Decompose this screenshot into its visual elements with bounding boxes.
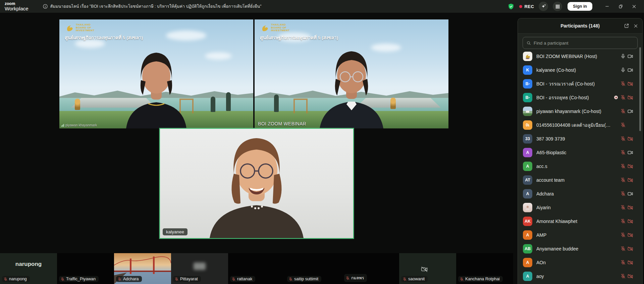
filmstrip-tile[interactable]: Pittayarat bbox=[171, 253, 228, 284]
mic-muted-icon bbox=[620, 273, 627, 279]
participant-recording-icon bbox=[614, 96, 618, 99]
filmstrip-tile[interactable]: narupong narupong bbox=[0, 253, 57, 284]
filmstrip-tile[interactable]: Traffic_Piyawan bbox=[57, 253, 114, 284]
participant-row[interactable]: A AOn bbox=[518, 255, 642, 269]
participant-name: A65-Bioplastic bbox=[536, 150, 612, 155]
zoom-workplace-logo: zoom Workplace bbox=[5, 2, 29, 11]
participant-row[interactable]: AT account team bbox=[518, 173, 642, 187]
close-window-button[interactable] bbox=[627, 0, 641, 13]
participant-name: 387 309 3739 bbox=[536, 136, 612, 141]
filmstrip: narupong narupong Traffic_Piyawan bbox=[0, 253, 513, 284]
boi-logo-text: THAILAND BOARD OF INVESTMENT bbox=[271, 23, 290, 32]
participant-row[interactable]: AB Anyamanee buddee bbox=[518, 242, 642, 255]
video-stage: THAILAND BOARD OF INVESTMENT ศูนย์เศรษฐก… bbox=[0, 13, 513, 253]
filmstrip-tile[interactable]: saitip suttimit bbox=[285, 253, 342, 284]
mic-muted-icon bbox=[345, 276, 350, 280]
camera-off-icon bbox=[627, 177, 634, 183]
filmstrip-tile[interactable]: rattanak bbox=[228, 253, 285, 284]
mic-muted-icon bbox=[620, 81, 627, 87]
camera-off-icon bbox=[627, 136, 634, 142]
participant-name-label: BOI ZOOM WEBINAR bbox=[258, 121, 306, 126]
minimize-button[interactable] bbox=[600, 0, 614, 13]
avatar-initials: AK bbox=[523, 217, 532, 226]
participant-name: AOn bbox=[536, 260, 612, 265]
close-panel-icon[interactable] bbox=[633, 23, 638, 29]
camera-on-icon bbox=[627, 67, 634, 73]
filmstrip-tile[interactable]: Adchara bbox=[114, 253, 171, 284]
pop-out-icon[interactable] bbox=[624, 23, 629, 29]
avatar-initials: A bbox=[523, 148, 532, 157]
camera-off-icon bbox=[627, 218, 634, 224]
camera-on-icon bbox=[627, 150, 634, 156]
participant-person bbox=[106, 48, 207, 128]
mic-muted-icon bbox=[620, 150, 627, 155]
boi-caption: ศูนย์เศรษฐกิจการลงทุนภาคที่ 5 (สงขลา) bbox=[65, 34, 143, 41]
participant-name: acc.s bbox=[536, 164, 612, 169]
participant-row[interactable]: A aoy bbox=[518, 269, 642, 283]
video-tile-piyawan[interactable]: THAILAND BOARD OF INVESTMENT ศูนย์เศรษฐก… bbox=[59, 19, 253, 128]
boi-logo-text: THAILAND BOARD OF INVESTMENT bbox=[76, 23, 95, 32]
participant-row[interactable]: A A65-Bioplastic bbox=[518, 146, 642, 159]
participant-name: 0145561004408 เดลต้าอลูมิเนียม(ไทยแลนด์)… bbox=[536, 121, 612, 129]
scrollbar-thumb[interactable] bbox=[639, 47, 641, 131]
rec-label: REC bbox=[524, 4, 534, 9]
participant-row[interactable]: A Adchara bbox=[518, 187, 642, 201]
avatar-initials: A bbox=[523, 189, 532, 198]
participant-row[interactable]: AK Amonrat Khiawphet bbox=[518, 214, 642, 228]
camera-on-icon bbox=[627, 108, 634, 114]
participant-row[interactable]: 0เ 0145561004408 เดลต้าอลูมิเนียม(ไทยแลน… bbox=[518, 118, 642, 132]
participant-row[interactable]: BOI ZOOM WEBINAR (Host) bbox=[518, 49, 642, 63]
participant-name: kalyanee (Co-host) bbox=[536, 67, 612, 73]
mic-muted-icon bbox=[620, 246, 627, 251]
participant-row[interactable]: A acc.s bbox=[518, 159, 642, 173]
participant-name-label: Kanchana Rotphai bbox=[458, 276, 503, 282]
video-tile-boi-webinar[interactable]: THAILAND BOARD OF INVESTMENT ศูนย์เศรษฐก… bbox=[255, 19, 448, 128]
filmstrip-tile[interactable]: กมลพร bbox=[342, 253, 399, 284]
mic-muted-icon bbox=[117, 277, 122, 281]
camera-off-icon bbox=[627, 273, 634, 279]
participant-name-label: narupong bbox=[2, 276, 30, 282]
participant-row[interactable]: 33 387 309 3739 bbox=[518, 132, 642, 146]
participant-row[interactable]: K kalyanee (Co-host) bbox=[518, 63, 642, 77]
security-shield-icon[interactable] bbox=[507, 3, 515, 10]
avatar-initials: A bbox=[523, 230, 532, 240]
mic-muted-icon bbox=[620, 163, 627, 169]
participants-list: BOI ZOOM WEBINAR (Host) K kalyanee (Co-h… bbox=[518, 49, 642, 284]
active-speaker-video-kalyanee[interactable]: kalyanee bbox=[159, 128, 354, 239]
zoom-meeting-window: zoom Workplace สัมมนาออนไลน์ เรื่อง "BOI… bbox=[0, 0, 644, 284]
participant-name: BOI ZOOM WEBINAR (Host) bbox=[536, 54, 612, 59]
participant-name: Adchara bbox=[536, 191, 612, 196]
logo-zoom-text: zoom bbox=[5, 2, 29, 6]
avatar-boi-logo bbox=[523, 52, 532, 61]
participant-row[interactable]: A AMP bbox=[518, 228, 642, 242]
avatar-initials: A bbox=[523, 162, 532, 171]
avatar-initials: A bbox=[523, 272, 532, 281]
meeting-info[interactable]: สัมมนาออนไลน์ เรื่อง "BOI เจาะลึกสิทธิปร… bbox=[43, 3, 262, 10]
participant-name: piyawan khayanmark (Co-host) bbox=[536, 109, 612, 114]
mic-muted-icon bbox=[402, 277, 407, 281]
participant-name: BOI - วรรณวรางค์ (Co-host) bbox=[536, 80, 612, 88]
participant-name-label: Pittayarat bbox=[173, 276, 201, 282]
search-participant-input[interactable]: Find a participant bbox=[523, 37, 638, 49]
participant-name-label: กมลพร bbox=[344, 274, 367, 282]
boi-logo-overlay: THAILAND BOARD OF INVESTMENT ศูนย์เศรษฐก… bbox=[65, 23, 143, 41]
participants-panel: Participants (148) bbox=[518, 18, 643, 284]
ai-companion-button[interactable] bbox=[539, 2, 548, 11]
boi-gold-swirl-icon bbox=[65, 24, 74, 32]
meeting-title: สัมมนาออนไลน์ เรื่อง "BOI เจาะลึกสิทธิปร… bbox=[50, 3, 262, 10]
participant-row[interactable]: Aiyarin bbox=[518, 201, 642, 214]
filmstrip-tile[interactable]: saowanit bbox=[399, 253, 456, 284]
filmstrip-tile[interactable]: Kanchana Rotphai bbox=[456, 253, 513, 284]
restore-window-button[interactable] bbox=[614, 0, 627, 13]
apps-button[interactable] bbox=[553, 2, 562, 11]
avatar-initials: B- bbox=[523, 93, 532, 102]
participant-name-label: Adchara bbox=[116, 276, 142, 282]
participant-big-name: narupong bbox=[0, 261, 57, 268]
apps-grid-icon bbox=[555, 4, 560, 9]
participant-row[interactable]: piyawan khayanmark (Co-host) bbox=[518, 104, 642, 118]
participant-row[interactable]: B- BOI - อรรถยุทธ (Co-host) bbox=[518, 91, 642, 104]
sign-in-button[interactable]: Sign in bbox=[568, 2, 592, 11]
avatar-photo bbox=[523, 203, 532, 212]
participant-row[interactable]: B- BOI - วรรณวรางค์ (Co-host) bbox=[518, 77, 642, 91]
mic-muted-icon bbox=[620, 232, 627, 238]
